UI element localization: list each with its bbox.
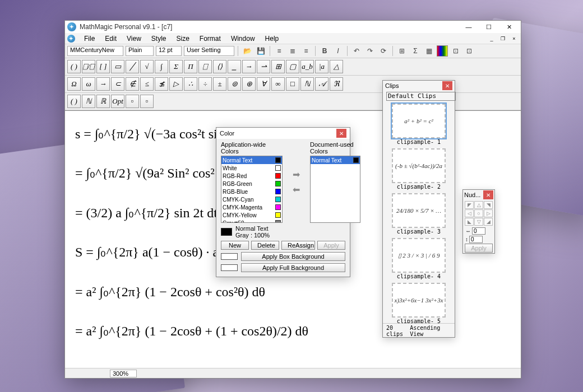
template-button[interactable]: ⊞	[271, 60, 285, 73]
nudge-ne[interactable]: ◥	[484, 201, 493, 209]
arrow-left-icon[interactable]: ⬅	[293, 184, 300, 195]
template-button[interactable]: ▭	[111, 60, 124, 73]
template-button[interactable]: ≤	[140, 77, 154, 91]
menu-window[interactable]: Window	[226, 34, 260, 44]
apply-button[interactable]: Apply	[317, 241, 345, 250]
refresh-icon[interactable]: ⟳	[378, 45, 389, 57]
template-button[interactable]: ( )	[67, 60, 81, 73]
doc-colors-list[interactable]: Normal Text	[310, 156, 360, 223]
template-button[interactable]: 𝒜	[315, 77, 328, 91]
clip-item[interactable]: x)3x²+6x−1 3x²+3xclipsample- 5	[386, 283, 451, 323]
template-button[interactable]: a_b	[300, 60, 314, 73]
template-button[interactable]: ∉	[126, 77, 139, 91]
nudge-w[interactable]: ◁	[465, 209, 474, 217]
color-item[interactable]: CMYK-Cyan	[221, 195, 282, 203]
template-button[interactable]: ▢	[286, 60, 299, 73]
color-item[interactable]: Normal Text	[221, 156, 282, 164]
template-button[interactable]: Opt	[111, 95, 124, 108]
clip-item[interactable]: (-b ± √(b²-4ac))/2aclipsample- 2	[386, 148, 451, 190]
maximize-button[interactable]: ☐	[479, 22, 498, 32]
delete-button[interactable]: Delete	[251, 241, 279, 250]
save-icon[interactable]: 💾	[255, 45, 266, 57]
template-button[interactable]: Ω	[67, 77, 81, 91]
italic-icon[interactable]: I	[332, 45, 344, 57]
reassign-button[interactable]: ReAssign	[281, 241, 315, 250]
template-button[interactable]: △	[330, 60, 343, 73]
color-item[interactable]: RGB-Green	[221, 180, 282, 188]
template-button[interactable]: ╱	[126, 60, 139, 73]
color-item[interactable]: White	[221, 164, 282, 172]
template-button[interactable]: ⎕	[198, 60, 212, 73]
box2-icon[interactable]: ⊡	[464, 45, 475, 57]
template-button[interactable]: Σ	[169, 60, 183, 73]
template-button[interactable]: ℕ	[82, 95, 95, 108]
undo-icon[interactable]: ↶	[351, 45, 362, 57]
align-center-icon[interactable]: ≣	[287, 45, 298, 57]
app-colors-list[interactable]: Normal TextWhiteRGB-RedRGB-GreenRGB-Blue…	[221, 156, 283, 223]
template-button[interactable]: ∴	[184, 77, 197, 91]
palette-icon[interactable]	[437, 45, 448, 57]
color-item[interactable]: CMYK-Yellow	[221, 211, 282, 219]
template-button[interactable]: ⎯	[228, 60, 241, 73]
menu-file[interactable]: File	[80, 34, 99, 44]
nudge-s[interactable]: ▽	[474, 218, 483, 226]
template-button[interactable]: ℝ	[96, 95, 110, 108]
preset-select[interactable]: User Setting	[184, 46, 234, 56]
matrix-icon[interactable]: ⊞	[396, 45, 408, 57]
menu-edit[interactable]: Edit	[100, 34, 121, 44]
template-button[interactable]: ∀	[257, 77, 270, 91]
template-button[interactable]: ℕ	[300, 77, 314, 91]
menu-format[interactable]: Format	[195, 34, 225, 44]
template-button[interactable]: ⊕	[242, 77, 256, 91]
template-button[interactable]: ∞	[271, 77, 285, 91]
color-item[interactable]: CMYK-Magenta	[221, 203, 282, 211]
template-button[interactable]: ≰	[155, 77, 168, 91]
template-button[interactable]: □	[286, 77, 299, 91]
template-button[interactable]: ±	[213, 77, 226, 91]
template-button[interactable]: →	[96, 77, 110, 91]
apply-full-bg-button[interactable]: Apply Full Background	[241, 263, 345, 272]
align-right-icon[interactable]: ≡	[300, 45, 312, 57]
color-item[interactable]: Normal Text	[311, 156, 360, 164]
template-button[interactable]: ▫	[140, 95, 154, 108]
size-select[interactable]: 12 pt	[156, 46, 182, 56]
template-button[interactable]: ⊂	[111, 77, 124, 91]
nudge-close[interactable]: ✕	[483, 190, 493, 199]
sigma-icon[interactable]: Σ	[410, 45, 421, 57]
template-button[interactable]: ⎕/⎕	[82, 60, 95, 73]
bold-icon[interactable]: B	[319, 45, 330, 57]
template-button[interactable]: [ ]	[96, 60, 110, 73]
nudge-center[interactable]: ○	[474, 209, 483, 217]
menu-help[interactable]: Help	[261, 34, 284, 44]
color-item[interactable]: Gray=50	[221, 219, 282, 223]
nudge-apply-button[interactable]: Apply	[465, 244, 493, 253]
titlebar[interactable]: ✦ MathMagic Personal v9.1 - [c7] — ☐ ✕	[65, 21, 521, 33]
template-button[interactable]: ω	[82, 77, 95, 91]
open-icon[interactable]: 📂	[242, 45, 253, 57]
close-button[interactable]: ✕	[499, 22, 519, 32]
menu-style[interactable]: Style	[147, 34, 171, 44]
template-button[interactable]: |a	[315, 60, 328, 73]
template-button[interactable]: √	[140, 60, 154, 73]
template-button[interactable]: ( )	[67, 95, 81, 108]
template-button[interactable]: ÷	[198, 77, 212, 91]
redo-icon[interactable]: ↷	[364, 45, 376, 57]
nudge-nw[interactable]: ◤	[465, 201, 474, 209]
template-button[interactable]: Π	[184, 60, 197, 73]
box1-icon[interactable]: ⊡	[450, 45, 461, 57]
style-select[interactable]: Plain	[126, 46, 154, 56]
zoom-select[interactable]: 300%	[110, 370, 137, 377]
template-button[interactable]: ⇀	[257, 60, 270, 73]
clip-item[interactable]: 24/180 × 5/7 × …clipsample- 3	[386, 193, 451, 235]
color-item[interactable]: RGB-Blue	[221, 188, 282, 195]
clip-item[interactable]: ▯ 2 3 / × 3 | / 6 9clipsample- 4	[386, 238, 451, 279]
template-button[interactable]: →	[242, 60, 256, 73]
nudge-sw[interactable]: ◣	[465, 218, 474, 226]
clips-dropdown[interactable]: Default Clips	[386, 92, 456, 101]
template-button[interactable]: ▫	[126, 95, 139, 108]
template-button[interactable]: ℜ	[330, 77, 343, 91]
mdi-close[interactable]: ×	[510, 35, 519, 43]
align-left-icon[interactable]: ≡	[274, 45, 285, 57]
nudge-se[interactable]: ◢	[484, 218, 493, 226]
nudge-e[interactable]: ▷	[484, 209, 493, 217]
